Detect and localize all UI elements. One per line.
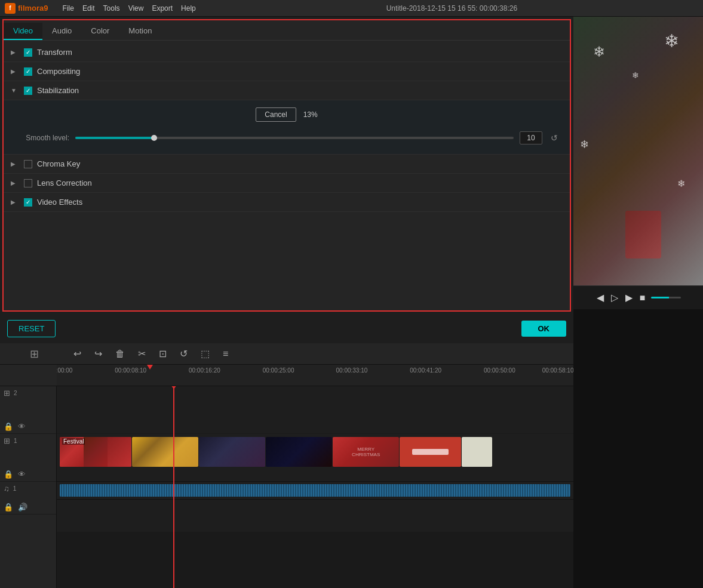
delete-button[interactable]: 🗑 xyxy=(113,347,127,361)
ruler-time-0: 00:00:00:00 xyxy=(57,367,72,374)
track-1-lock-icon[interactable]: 🔒 xyxy=(4,470,13,479)
prop-row-transform[interactable]: ▶ Transform xyxy=(4,43,570,62)
smooth-level-row: Smooth level: ↺ xyxy=(16,131,558,144)
stabilization-checkbox[interactable] xyxy=(24,87,32,95)
cancel-button[interactable]: Cancel xyxy=(256,107,296,122)
properties-panel: Video Audio Color Motion ▶ Transform ▶ C… xyxy=(2,19,571,312)
track-1-grid-icon: ⊞ xyxy=(4,436,10,445)
compositing-label: Compositing xyxy=(37,67,80,76)
snowflake-2: ❄ xyxy=(664,30,679,51)
track-1-vis-icon[interactable]: 👁 xyxy=(18,470,26,479)
video-clip-7[interactable] xyxy=(462,437,492,467)
prop-row-compositing[interactable]: ▶ Compositing xyxy=(4,62,570,81)
prop-row-chroma-key[interactable]: ▶ Chroma Key xyxy=(4,155,570,174)
prop-row-stabilization[interactable]: ▼ Stabilization xyxy=(4,81,570,100)
ruler-marks: 00:00:00:00 00:00:08:10 00:00:16:20 00:0… xyxy=(57,365,573,386)
lens-correction-checkbox[interactable] xyxy=(24,179,32,187)
reset-button[interactable]: RESET xyxy=(7,320,56,337)
menu-bar: f filmora9 File Edit Tools View Export H… xyxy=(0,0,703,17)
frame-button[interactable]: ⬚ xyxy=(198,347,212,361)
transform-label: Transform xyxy=(37,48,72,57)
video-clip-4[interactable] xyxy=(266,437,332,467)
play-button[interactable]: ▶ xyxy=(624,291,634,304)
chevron-right-icon: ▶ xyxy=(11,180,19,186)
tab-audio[interactable]: Audio xyxy=(42,23,81,40)
lens-correction-label: Lens Correction xyxy=(37,178,92,187)
smooth-reset-icon[interactable]: ↺ xyxy=(551,133,558,143)
ok-button[interactable]: OK xyxy=(521,321,567,337)
video-clip-3[interactable] xyxy=(199,437,265,467)
transform-checkbox[interactable] xyxy=(24,48,32,57)
smooth-level-label: Smooth level: xyxy=(16,134,69,142)
ruler-time-1: 00:00:08:10 xyxy=(115,367,146,374)
progress-percent: 13% xyxy=(303,110,318,119)
ruler-time-2: 00:00:16:20 xyxy=(189,367,220,374)
preview-controls: ◀ ▷ ▶ ■ xyxy=(573,285,703,309)
tab-video[interactable]: Video xyxy=(4,23,42,40)
clip-1-label: Festival xyxy=(62,438,85,445)
chevron-right-icon: ▶ xyxy=(11,68,19,75)
play-step-button[interactable]: ▷ xyxy=(610,291,619,304)
volume-slider[interactable] xyxy=(651,297,681,298)
stabilization-content: Cancel 13% Smooth level: ↺ xyxy=(4,100,570,155)
add-track-icon[interactable]: ⊞ xyxy=(30,347,39,361)
track-2-ctrl: ⊞ 2 🔒 👁 xyxy=(0,386,56,434)
stabilization-label: Stabilization xyxy=(37,86,79,95)
music-track-empty xyxy=(57,500,573,532)
crop-button[interactable]: ⊡ xyxy=(156,347,169,361)
track-1-ctrl: ⊞ 1 🔒 👁 xyxy=(0,434,56,482)
prop-row-video-effects[interactable]: ▶ Video Effects xyxy=(4,193,570,212)
music-track-ctrl: ♫ 1 🔒 🔊 xyxy=(0,482,56,515)
app-name: filmora9 xyxy=(18,4,48,13)
compositing-checkbox[interactable] xyxy=(24,67,32,76)
track-2-lock-icon[interactable]: 🔒 xyxy=(4,422,13,431)
rotate-button[interactable]: ↺ xyxy=(177,347,190,361)
tab-color[interactable]: Color xyxy=(81,23,119,40)
undo-button[interactable]: ↩ xyxy=(71,347,84,361)
menu-export[interactable]: Export xyxy=(152,4,173,13)
timeline-left-gutter xyxy=(0,365,57,386)
music-track-label: 1 xyxy=(13,485,17,492)
video-clip-6[interactable] xyxy=(400,437,461,467)
right-panel: ❄ ❄ ❄ ❄ ❄ ◀ ▷ ▶ ■ xyxy=(573,17,703,588)
playhead-head xyxy=(171,386,177,389)
redo-button[interactable]: ↪ xyxy=(92,347,105,361)
menu-tools[interactable]: Tools xyxy=(103,4,120,13)
settings-button[interactable]: ≡ xyxy=(220,347,231,361)
timeline-ruler[interactable]: 00:00:00:00 00:00:08:10 00:00:16:20 00:0… xyxy=(57,365,573,386)
smooth-value-input[interactable] xyxy=(520,131,542,144)
music-lock-icon[interactable]: 🔒 xyxy=(4,503,13,512)
menu-file[interactable]: File xyxy=(63,4,74,13)
music-vis-icon[interactable]: 🔊 xyxy=(18,503,27,512)
properties-content: ▶ Transform ▶ Compositing ▼ Stabilizatio… xyxy=(4,41,570,313)
timeline-area: ⊞ ↩ ↪ 🗑 ✂ ⊡ ↺ ⬚ ≡ 00:00:00:00 00:00:08:1… xyxy=(0,343,573,588)
tab-motion[interactable]: Motion xyxy=(119,23,161,40)
chroma-key-checkbox[interactable] xyxy=(24,160,32,168)
video-effects-checkbox[interactable] xyxy=(24,198,32,207)
stabilization-progress-row: Cancel 13% xyxy=(16,107,558,122)
app-logo: f filmora9 xyxy=(5,3,48,14)
video-clip-5[interactable]: MERRYCHRISTMAS xyxy=(333,437,399,467)
snowflake-4: ❄ xyxy=(677,178,685,189)
video-clips: Festival xyxy=(60,437,570,467)
menu-edit[interactable]: Edit xyxy=(82,4,95,13)
prop-row-lens-correction[interactable]: ▶ Lens Correction xyxy=(4,174,570,193)
menu-view[interactable]: View xyxy=(128,4,144,13)
video-clip-1[interactable]: Festival xyxy=(60,437,131,467)
stop-button[interactable]: ■ xyxy=(638,291,647,304)
prev-frame-button[interactable]: ◀ xyxy=(595,291,605,304)
track-2-vis-icon[interactable]: 👁 xyxy=(18,422,26,431)
empty-track-row-2 xyxy=(57,386,573,434)
video-clip-2[interactable] xyxy=(132,437,198,467)
chevron-right-icon: ▶ xyxy=(11,49,19,56)
audio-track xyxy=(57,482,573,500)
cut-button[interactable]: ✂ xyxy=(136,347,148,361)
track-canvas: Festival xyxy=(57,386,573,588)
menu-help[interactable]: Help xyxy=(181,4,196,13)
smooth-slider-thumb xyxy=(151,135,157,141)
chevron-right-icon: ▶ xyxy=(11,199,19,205)
preview-video: ❄ ❄ ❄ ❄ ❄ xyxy=(573,17,703,285)
timeline-toolbar: ⊞ ↩ ↪ 🗑 ✂ ⊡ ↺ ⬚ ≡ xyxy=(0,343,573,365)
smooth-slider[interactable] xyxy=(75,137,514,139)
smooth-slider-fill xyxy=(75,137,154,139)
